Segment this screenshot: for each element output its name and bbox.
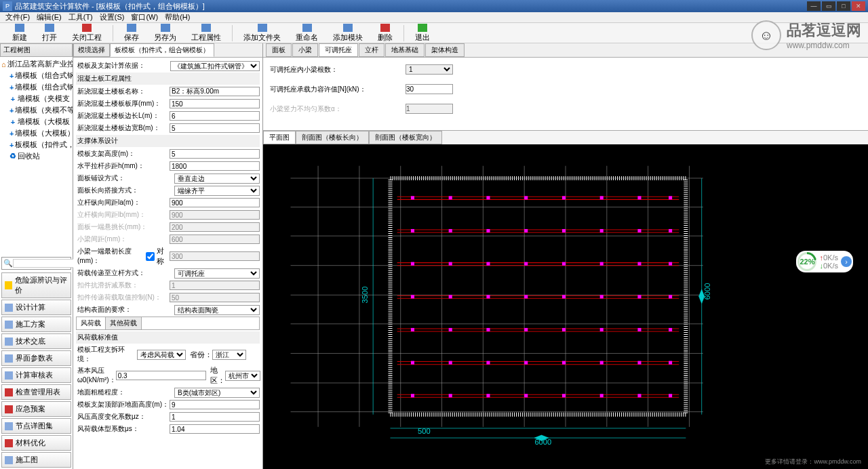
- mid-tab-board[interactable]: 板模板（扣件式，组合钢模板）: [110, 43, 214, 57]
- btn-emergency-plan[interactable]: 应急预案: [1, 401, 71, 417]
- terrain-select[interactable]: B类(城市郊区): [174, 388, 260, 398]
- calc-basis-label: 模板及支架计算依据：: [76, 61, 170, 70]
- menu-edit[interactable]: 编辑(E): [34, 12, 64, 22]
- calc-basis-select[interactable]: 《建筑施工扣件式钢管》: [170, 61, 260, 71]
- btn-param-table[interactable]: 界面参数表: [1, 350, 71, 366]
- btn-material-opt[interactable]: 材料优化: [1, 435, 71, 451]
- saveas-icon: [161, 24, 170, 32]
- seat-beam-count-select[interactable]: 1: [406, 64, 453, 75]
- tree-item[interactable]: +墙模板（大模板: [1, 116, 71, 127]
- toolbar-exit[interactable]: 退出: [408, 22, 437, 44]
- tree-root[interactable]: ⌂浙江品茗高新产业控: [1, 58, 71, 70]
- seat-capacity-input[interactable]: [406, 84, 453, 94]
- recycle-icon: ♻: [9, 153, 16, 160]
- app-icon: P: [3, 1, 12, 11]
- project-tree-tab[interactable]: 工程树图: [0, 43, 73, 57]
- btn-node-detail[interactable]: 节点详图集: [1, 418, 71, 434]
- close-button[interactable]: ✕: [852, 1, 865, 11]
- tree-item[interactable]: +墙模板（组合式钢: [1, 81, 71, 93]
- btn-construction-plan[interactable]: 施工方案: [1, 317, 71, 332]
- toolbar-proj-prop[interactable]: 工程属性: [184, 22, 228, 44]
- tab-panel[interactable]: 面板: [266, 43, 292, 57]
- symmetric-checkbox[interactable]: [146, 252, 155, 261]
- tree-item[interactable]: +板模板（扣件式，: [1, 139, 71, 150]
- basic-wind-input[interactable]: [116, 371, 206, 380]
- dim-left: 3500: [361, 287, 369, 304]
- expand-arrow-icon[interactable]: ›: [841, 256, 852, 267]
- shape-coef-input[interactable]: [170, 424, 260, 434]
- tab-post[interactable]: 立杆: [359, 43, 384, 57]
- beam-uneven-input: [406, 104, 453, 114]
- title-bar: P 品茗建筑安全计算软件 - [板模板（扣件式，组合钢模板）] — ▭ □ ✕: [0, 0, 868, 12]
- btn-hazard[interactable]: 危险源辨识与评价: [1, 272, 71, 298]
- mid-tab-env[interactable]: 模境选择: [73, 43, 110, 57]
- project-tree[interactable]: ⌂浙江品茗高新产业控 +墙模板（组合式钢 +墙模板（组合式钢 +墙模板（夹模支 …: [0, 57, 73, 256]
- surface-req-select[interactable]: 结构表面陶瓷: [174, 305, 260, 315]
- wind-load-tab[interactable]: 风荷载: [77, 317, 106, 329]
- tab-adjustable-seat[interactable]: 可调托座: [319, 43, 358, 57]
- tree-item[interactable]: +墙模板（夹模不等: [1, 104, 71, 116]
- network-progress-badge[interactable]: 22% ↑0K/s ↓0K/s ›: [796, 251, 853, 272]
- slab-length-input[interactable]: [170, 111, 260, 121]
- panel-joint-select[interactable]: 端缘齐平: [174, 186, 260, 196]
- panel-layout-select[interactable]: 垂直走边: [174, 174, 260, 184]
- maximize-button[interactable]: □: [837, 1, 850, 11]
- plus-icon: +: [9, 142, 14, 148]
- toolbar-open[interactable]: 打开: [35, 22, 64, 44]
- download-speed: ↓0K/s: [819, 262, 838, 270]
- tree-item-recycle[interactable]: ♻回收站: [1, 150, 71, 162]
- restore-button[interactable]: ▭: [822, 1, 835, 11]
- menu-help[interactable]: 帮助(H): [162, 12, 193, 22]
- post-long-spacing-label: 立杆纵向间距la(m)：: [76, 198, 170, 207]
- tab-foundation[interactable]: 地基基础: [385, 43, 425, 57]
- horizontal-step-input[interactable]: [170, 161, 260, 171]
- menu-tool[interactable]: 工具(T): [66, 12, 96, 22]
- btn-design-calc[interactable]: 设计计算: [1, 300, 71, 315]
- support-height-input[interactable]: [170, 149, 260, 159]
- search-icon: 🔍: [3, 259, 13, 268]
- draw-tab-section-wide[interactable]: 剖面图（楼板宽向）: [369, 131, 442, 144]
- svg-rect-40: [637, 196, 641, 199]
- city-select[interactable]: 杭州市: [225, 371, 260, 381]
- toolbar-new[interactable]: 新建: [5, 22, 34, 44]
- toolbar-rename[interactable]: 重命名: [289, 22, 325, 44]
- toolbar-delete[interactable]: 删除: [371, 22, 399, 44]
- tree-item[interactable]: +墙模板（夹模支: [1, 93, 71, 104]
- coupler-load-input: [170, 293, 260, 302]
- toolbar-add-folder[interactable]: 添加文件夹: [237, 22, 288, 44]
- load-transfer-select[interactable]: 可调托座: [174, 268, 260, 279]
- wind-env-select[interactable]: 考虑风荷载: [137, 350, 186, 360]
- project-tree-panel: 工程树图 ⌂浙江品茗高新产业控 +墙模板（组合式钢 +墙模板（组合式钢 +墙模板…: [0, 43, 73, 469]
- draw-tab-plan[interactable]: 平面图: [263, 131, 296, 144]
- tab-beam[interactable]: 小梁: [292, 43, 318, 57]
- toolbar-saveas[interactable]: 另存为: [147, 22, 183, 44]
- slab-thickness-input[interactable]: [170, 99, 260, 108]
- menu-settings[interactable]: 设置(S): [97, 12, 127, 22]
- other-load-tab[interactable]: 其他荷载: [106, 317, 142, 329]
- tree-item[interactable]: +墙模板（组合式钢: [1, 70, 71, 81]
- slab-name-input[interactable]: [170, 87, 260, 96]
- toolbar-add-module[interactable]: 添加模块: [326, 22, 370, 44]
- slab-width-input[interactable]: [170, 123, 260, 133]
- province-select[interactable]: 浙江: [212, 350, 246, 360]
- drawing-canvas[interactable]: 500 6000 3500 6000: [263, 144, 868, 469]
- svg-rect-39: [600, 196, 604, 199]
- tab-frame-construct[interactable]: 架体构造: [425, 43, 465, 57]
- menu-window[interactable]: 窗口(W): [128, 12, 161, 22]
- post-long-spacing-input[interactable]: [170, 198, 260, 207]
- btn-tech-disclosure[interactable]: 技术交底: [1, 333, 71, 349]
- btn-calc-review[interactable]: 计算审核表: [1, 367, 71, 383]
- btn-inspection-table[interactable]: 检查管理用表: [1, 384, 71, 400]
- doc-icon: [5, 321, 13, 329]
- city-label: 地区：: [210, 365, 225, 386]
- draw-tab-section-long[interactable]: 剖面图（楼板长向）: [296, 131, 369, 144]
- menu-file[interactable]: 文件(F): [3, 12, 33, 22]
- toolbar-close-project[interactable]: 关闭工程: [65, 22, 108, 44]
- footer-link[interactable]: 更多详情请登录：www.pmddw.com: [765, 457, 861, 466]
- top-height-input[interactable]: [170, 400, 260, 409]
- btn-construction-drawing[interactable]: 施工图: [1, 452, 71, 468]
- toolbar-save[interactable]: 保存: [117, 22, 146, 44]
- minimize-button[interactable]: —: [807, 1, 821, 11]
- tree-item[interactable]: +墙模板（大模板）: [1, 127, 71, 139]
- height-coef-input[interactable]: [170, 412, 260, 422]
